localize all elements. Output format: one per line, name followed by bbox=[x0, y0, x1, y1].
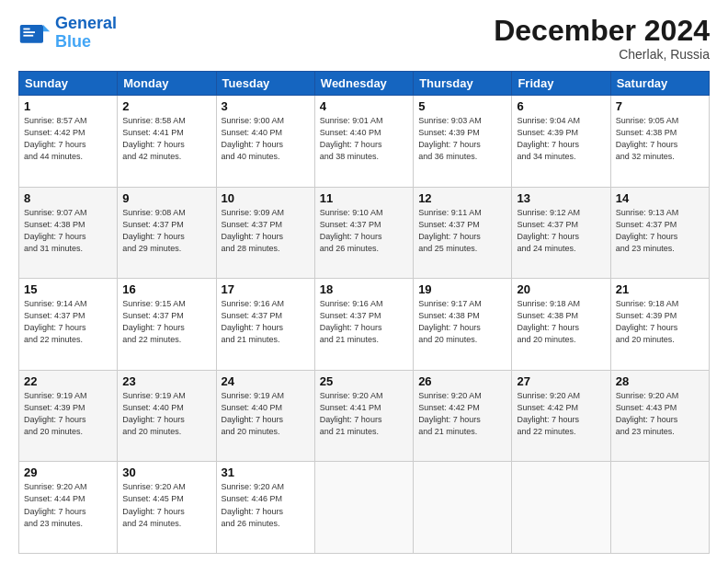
cell-details: Sunrise: 9:20 AMSunset: 4:43 PMDaylight:… bbox=[616, 390, 704, 438]
cell-details: Sunrise: 9:12 AMSunset: 4:37 PMDaylight:… bbox=[517, 207, 605, 255]
day-number: 25 bbox=[320, 374, 408, 388]
cell-details: Sunrise: 8:57 AMSunset: 4:42 PMDaylight:… bbox=[24, 115, 112, 163]
header: General Blue December 2024 Cherlak, Russ… bbox=[18, 15, 710, 62]
day-number: 11 bbox=[320, 191, 408, 205]
calendar-cell: 5Sunrise: 9:03 AMSunset: 4:39 PMDaylight… bbox=[414, 96, 512, 188]
calendar-header-sunday: Sunday bbox=[19, 72, 118, 96]
calendar-cell: 8Sunrise: 9:07 AMSunset: 4:38 PMDaylight… bbox=[19, 187, 118, 279]
calendar-cell: 4Sunrise: 9:01 AMSunset: 4:40 PMDaylight… bbox=[314, 96, 413, 188]
cell-details: Sunrise: 9:17 AMSunset: 4:38 PMDaylight:… bbox=[418, 298, 506, 346]
day-number: 17 bbox=[222, 282, 310, 296]
calendar-week-row: 22Sunrise: 9:19 AMSunset: 4:39 PMDayligh… bbox=[19, 370, 710, 462]
logo-text: General Blue bbox=[55, 15, 117, 52]
calendar-cell: 20Sunrise: 9:18 AMSunset: 4:38 PMDayligh… bbox=[512, 279, 610, 371]
svg-marker-1 bbox=[43, 25, 50, 31]
cell-details: Sunrise: 9:18 AMSunset: 4:38 PMDaylight:… bbox=[517, 298, 605, 346]
calendar-cell: 14Sunrise: 9:13 AMSunset: 4:37 PMDayligh… bbox=[610, 187, 709, 279]
calendar-cell: 21Sunrise: 9:18 AMSunset: 4:39 PMDayligh… bbox=[610, 279, 709, 371]
calendar-header-saturday: Saturday bbox=[610, 72, 709, 96]
cell-details: Sunrise: 9:05 AMSunset: 4:38 PMDaylight:… bbox=[616, 115, 704, 163]
day-number: 18 bbox=[320, 282, 408, 296]
calendar-header-wednesday: Wednesday bbox=[314, 72, 413, 96]
cell-details: Sunrise: 9:20 AMSunset: 4:45 PMDaylight:… bbox=[122, 481, 210, 529]
calendar-cell: 30Sunrise: 9:20 AMSunset: 4:45 PMDayligh… bbox=[118, 462, 216, 554]
day-number: 2 bbox=[122, 99, 210, 113]
calendar-cell: 26Sunrise: 9:20 AMSunset: 4:42 PMDayligh… bbox=[414, 370, 512, 462]
calendar-cell: 17Sunrise: 9:16 AMSunset: 4:37 PMDayligh… bbox=[216, 279, 314, 371]
cell-details: Sunrise: 9:00 AMSunset: 4:40 PMDaylight:… bbox=[222, 115, 310, 163]
calendar-cell: 6Sunrise: 9:04 AMSunset: 4:39 PMDaylight… bbox=[512, 96, 610, 188]
cell-details: Sunrise: 9:15 AMSunset: 4:37 PMDaylight:… bbox=[122, 298, 210, 346]
calendar-cell: 7Sunrise: 9:05 AMSunset: 4:38 PMDaylight… bbox=[610, 96, 709, 188]
day-number: 26 bbox=[418, 374, 506, 388]
day-number: 19 bbox=[418, 282, 506, 296]
calendar-cell: 15Sunrise: 9:14 AMSunset: 4:37 PMDayligh… bbox=[19, 279, 118, 371]
svg-rect-3 bbox=[23, 31, 35, 33]
cell-details: Sunrise: 9:18 AMSunset: 4:39 PMDaylight:… bbox=[616, 298, 704, 346]
cell-details: Sunrise: 9:16 AMSunset: 4:37 PMDaylight:… bbox=[320, 298, 408, 346]
cell-details: Sunrise: 9:13 AMSunset: 4:37 PMDaylight:… bbox=[616, 207, 704, 255]
calendar-cell: 29Sunrise: 9:20 AMSunset: 4:44 PMDayligh… bbox=[19, 462, 118, 554]
svg-rect-4 bbox=[23, 35, 33, 37]
calendar-cell bbox=[414, 462, 512, 554]
cell-details: Sunrise: 9:04 AMSunset: 4:39 PMDaylight:… bbox=[517, 115, 605, 163]
calendar-cell bbox=[512, 462, 610, 554]
logo: General Blue bbox=[18, 15, 117, 52]
day-number: 28 bbox=[616, 374, 704, 388]
calendar-cell: 13Sunrise: 9:12 AMSunset: 4:37 PMDayligh… bbox=[512, 187, 610, 279]
month-title: December 2024 bbox=[494, 15, 710, 47]
logo-icon bbox=[18, 17, 51, 50]
cell-details: Sunrise: 9:20 AMSunset: 4:42 PMDaylight:… bbox=[418, 390, 506, 438]
cell-details: Sunrise: 9:11 AMSunset: 4:37 PMDaylight:… bbox=[418, 207, 506, 255]
calendar-cell: 16Sunrise: 9:15 AMSunset: 4:37 PMDayligh… bbox=[118, 279, 216, 371]
cell-details: Sunrise: 9:19 AMSunset: 4:40 PMDaylight:… bbox=[122, 390, 210, 438]
day-number: 7 bbox=[616, 99, 704, 113]
cell-details: Sunrise: 9:19 AMSunset: 4:40 PMDaylight:… bbox=[222, 390, 310, 438]
day-number: 13 bbox=[517, 191, 605, 205]
day-number: 3 bbox=[222, 99, 310, 113]
cell-details: Sunrise: 9:16 AMSunset: 4:37 PMDaylight:… bbox=[222, 298, 310, 346]
calendar-cell: 27Sunrise: 9:20 AMSunset: 4:42 PMDayligh… bbox=[512, 370, 610, 462]
cell-details: Sunrise: 9:03 AMSunset: 4:39 PMDaylight:… bbox=[418, 115, 506, 163]
day-number: 29 bbox=[24, 465, 112, 479]
day-number: 22 bbox=[24, 374, 112, 388]
calendar-cell: 9Sunrise: 9:08 AMSunset: 4:37 PMDaylight… bbox=[118, 187, 216, 279]
cell-details: Sunrise: 9:14 AMSunset: 4:37 PMDaylight:… bbox=[24, 298, 112, 346]
cell-details: Sunrise: 9:10 AMSunset: 4:37 PMDaylight:… bbox=[320, 207, 408, 255]
title-area: December 2024 Cherlak, Russia bbox=[494, 15, 710, 62]
calendar-cell: 1Sunrise: 8:57 AMSunset: 4:42 PMDaylight… bbox=[19, 96, 118, 188]
calendar-week-row: 1Sunrise: 8:57 AMSunset: 4:42 PMDaylight… bbox=[19, 96, 710, 188]
svg-rect-0 bbox=[20, 25, 43, 43]
calendar-cell: 22Sunrise: 9:19 AMSunset: 4:39 PMDayligh… bbox=[19, 370, 118, 462]
calendar-header-row: SundayMondayTuesdayWednesdayThursdayFrid… bbox=[19, 72, 710, 96]
calendar-week-row: 8Sunrise: 9:07 AMSunset: 4:38 PMDaylight… bbox=[19, 187, 710, 279]
day-number: 23 bbox=[122, 374, 210, 388]
day-number: 31 bbox=[222, 465, 310, 479]
day-number: 20 bbox=[517, 282, 605, 296]
page: General Blue December 2024 Cherlak, Russ… bbox=[0, 0, 728, 563]
cell-details: Sunrise: 9:07 AMSunset: 4:38 PMDaylight:… bbox=[24, 207, 112, 255]
calendar-table: SundayMondayTuesdayWednesdayThursdayFrid… bbox=[18, 71, 710, 554]
day-number: 12 bbox=[418, 191, 506, 205]
calendar-cell: 28Sunrise: 9:20 AMSunset: 4:43 PMDayligh… bbox=[610, 370, 709, 462]
calendar-cell: 31Sunrise: 9:20 AMSunset: 4:46 PMDayligh… bbox=[216, 462, 314, 554]
calendar-cell: 23Sunrise: 9:19 AMSunset: 4:40 PMDayligh… bbox=[118, 370, 216, 462]
svg-rect-2 bbox=[23, 28, 29, 29]
location: Cherlak, Russia bbox=[494, 47, 710, 62]
calendar-cell: 18Sunrise: 9:16 AMSunset: 4:37 PMDayligh… bbox=[314, 279, 413, 371]
day-number: 14 bbox=[616, 191, 704, 205]
calendar-header-thursday: Thursday bbox=[414, 72, 512, 96]
day-number: 10 bbox=[222, 191, 310, 205]
calendar-week-row: 29Sunrise: 9:20 AMSunset: 4:44 PMDayligh… bbox=[19, 462, 710, 554]
calendar-cell: 3Sunrise: 9:00 AMSunset: 4:40 PMDaylight… bbox=[216, 96, 314, 188]
cell-details: Sunrise: 9:09 AMSunset: 4:37 PMDaylight:… bbox=[222, 207, 310, 255]
day-number: 4 bbox=[320, 99, 408, 113]
day-number: 30 bbox=[122, 465, 210, 479]
day-number: 5 bbox=[418, 99, 506, 113]
calendar-header-friday: Friday bbox=[512, 72, 610, 96]
calendar-header-tuesday: Tuesday bbox=[216, 72, 314, 96]
calendar-header-monday: Monday bbox=[118, 72, 216, 96]
cell-details: Sunrise: 9:20 AMSunset: 4:46 PMDaylight:… bbox=[222, 481, 310, 529]
calendar-cell bbox=[314, 462, 413, 554]
cell-details: Sunrise: 9:20 AMSunset: 4:44 PMDaylight:… bbox=[24, 481, 112, 529]
